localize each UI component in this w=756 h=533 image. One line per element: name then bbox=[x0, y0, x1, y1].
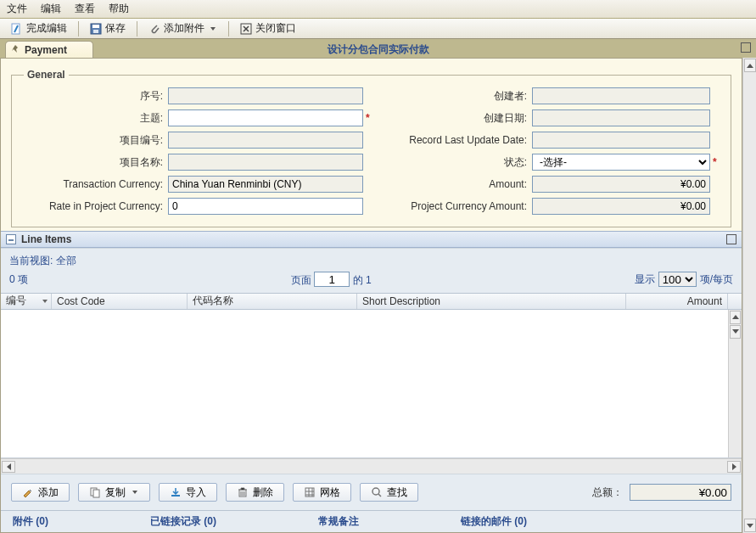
page-label: 页面 bbox=[291, 274, 311, 286]
project-name-input[interactable] bbox=[168, 154, 363, 171]
import-icon bbox=[170, 486, 182, 498]
footer-linked-mail[interactable]: 链接的邮件 (0) bbox=[461, 514, 527, 529]
amount-input[interactable] bbox=[532, 176, 710, 193]
menu-edit[interactable]: 编辑 bbox=[41, 2, 61, 16]
txn-currency-input[interactable] bbox=[168, 176, 363, 193]
label-subject: 主题: bbox=[24, 111, 168, 126]
svg-point-10 bbox=[372, 488, 379, 495]
tab-strip: Payment 设计分包合同实际付款 bbox=[0, 39, 756, 58]
col-cost-code[interactable]: Cost Code bbox=[52, 294, 188, 309]
label-project-no: 项目编号: bbox=[24, 133, 168, 148]
toolbar: 完成编辑 保存 添加附件 关闭窗口 bbox=[0, 19, 756, 39]
label-txn-currency: Transaction Currency: bbox=[24, 178, 168, 190]
last-update-input[interactable] bbox=[532, 132, 710, 149]
col-short-desc[interactable]: Short Description bbox=[357, 294, 626, 309]
col-code-name[interactable]: 代码名称 bbox=[188, 294, 357, 309]
button-bar: 添加 复制 导入 删除 网格 bbox=[1, 474, 742, 510]
svg-rect-6 bbox=[93, 490, 99, 497]
paperclip-icon bbox=[148, 23, 160, 35]
finish-edit-label: 完成编辑 bbox=[26, 21, 67, 36]
rate-input[interactable] bbox=[168, 198, 363, 215]
scroll-up-icon[interactable] bbox=[730, 311, 741, 324]
col-amount[interactable]: Amount bbox=[626, 294, 728, 309]
label-proj-amount: Project Currency Amount: bbox=[372, 200, 532, 212]
grid-icon bbox=[304, 486, 316, 498]
label-last-update: Record Last Update Date: bbox=[372, 134, 532, 146]
grid-label: 网格 bbox=[320, 485, 340, 500]
scroll-down-icon[interactable] bbox=[730, 325, 741, 339]
finish-edit-button[interactable]: 完成编辑 bbox=[5, 19, 73, 38]
current-view-value[interactable]: 全部 bbox=[56, 255, 76, 266]
grid-vertical-scrollbar[interactable] bbox=[728, 310, 742, 458]
label-amount: Amount: bbox=[372, 178, 532, 190]
line-items-title: Line Items bbox=[21, 233, 71, 245]
add-icon bbox=[22, 486, 34, 498]
subject-input[interactable] bbox=[168, 109, 363, 126]
scroll-left-icon[interactable] bbox=[2, 461, 15, 473]
label-created-date: 创建日期: bbox=[372, 111, 532, 126]
menu-help[interactable]: 帮助 bbox=[109, 2, 129, 16]
finish-edit-icon bbox=[11, 23, 23, 35]
footer-links: 附件 (0) 已链接记录 (0) 常规备注 链接的邮件 (0) bbox=[1, 510, 742, 532]
line-items-panel: 当前视图: 全部 0 项 页面 的 1 显示 100 项/每页 编号 Cost … bbox=[1, 248, 742, 510]
delete-icon bbox=[237, 486, 249, 498]
maximize-icon[interactable] bbox=[726, 234, 736, 244]
show-label: 显示 bbox=[635, 272, 655, 287]
menu-view[interactable]: 查看 bbox=[75, 2, 95, 16]
grid-button[interactable]: 网格 bbox=[293, 483, 351, 502]
svg-rect-7 bbox=[171, 495, 180, 497]
maximize-icon[interactable] bbox=[741, 42, 751, 53]
close-icon bbox=[240, 23, 252, 35]
menubar: 文件 编辑 查看 帮助 bbox=[0, 0, 756, 19]
general-legend: General bbox=[24, 69, 69, 81]
add-label: 添加 bbox=[38, 485, 59, 500]
find-label: 查找 bbox=[387, 485, 407, 500]
delete-button[interactable]: 删除 bbox=[226, 483, 284, 502]
general-section: General 序号: 创建者: 主题: * 创建日期: 项目编号: Recor… bbox=[11, 69, 731, 227]
scroll-up-icon[interactable] bbox=[744, 59, 756, 72]
total-label: 总额： bbox=[592, 485, 623, 500]
close-window-button[interactable]: 关闭窗口 bbox=[234, 19, 302, 38]
line-items-header: Line Items bbox=[1, 231, 742, 248]
toolbar-separator bbox=[137, 21, 137, 36]
copy-label: 复制 bbox=[105, 485, 126, 500]
col-no[interactable]: 编号 bbox=[1, 294, 52, 309]
add-button[interactable]: 添加 bbox=[11, 483, 70, 502]
label-status: 状态: bbox=[372, 155, 532, 170]
chevron-down-icon bbox=[132, 489, 139, 496]
show-select[interactable]: 100 bbox=[658, 272, 697, 287]
per-page-label: 项/每页 bbox=[700, 272, 733, 287]
grid-body bbox=[1, 310, 742, 459]
menu-file[interactable]: 文件 bbox=[7, 2, 27, 16]
page-input[interactable] bbox=[314, 272, 350, 287]
current-view-label: 当前视图: bbox=[9, 255, 53, 266]
label-rate: Rate in Project Currency: bbox=[24, 200, 168, 212]
copy-button[interactable]: 复制 bbox=[78, 483, 150, 502]
footer-linked-records[interactable]: 已链接记录 (0) bbox=[150, 514, 216, 529]
scroll-down-icon[interactable] bbox=[744, 519, 756, 532]
grid-horizontal-scrollbar[interactable] bbox=[1, 458, 742, 474]
creator-input[interactable] bbox=[532, 87, 710, 104]
add-attachment-button[interactable]: 添加附件 bbox=[143, 19, 223, 38]
project-no-input[interactable] bbox=[168, 132, 363, 149]
proj-amount-input[interactable] bbox=[532, 198, 710, 215]
page-vertical-scrollbar[interactable] bbox=[742, 58, 756, 533]
copy-icon bbox=[89, 486, 101, 498]
serial-input[interactable] bbox=[168, 87, 363, 104]
grid-header: 编号 Cost Code 代码名称 Short Description Amou… bbox=[1, 293, 742, 310]
footer-general-notes[interactable]: 常规备注 bbox=[318, 514, 359, 529]
created-date-input[interactable] bbox=[532, 109, 710, 126]
import-button[interactable]: 导入 bbox=[159, 483, 217, 502]
find-button[interactable]: 查找 bbox=[360, 483, 418, 502]
svg-rect-3 bbox=[93, 30, 98, 33]
col-scroll-spacer bbox=[728, 294, 742, 309]
save-label: 保存 bbox=[105, 21, 126, 36]
save-button[interactable]: 保存 bbox=[84, 19, 132, 38]
label-project-name: 项目名称: bbox=[24, 155, 168, 170]
footer-attachments[interactable]: 附件 (0) bbox=[13, 514, 48, 529]
collapse-icon[interactable] bbox=[6, 234, 16, 244]
scroll-right-icon[interactable] bbox=[727, 461, 741, 473]
status-select[interactable]: -选择- bbox=[532, 154, 710, 171]
close-window-label: 关闭窗口 bbox=[255, 21, 296, 36]
page-title: 设计分包合同实际付款 bbox=[0, 42, 756, 57]
